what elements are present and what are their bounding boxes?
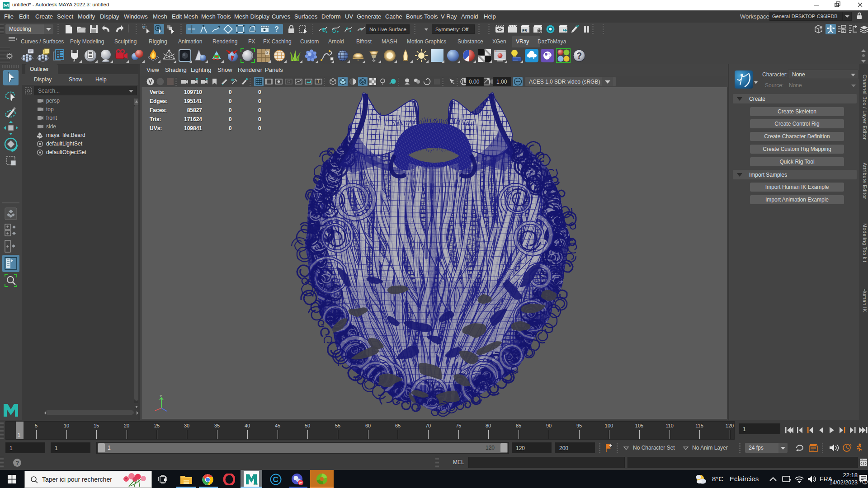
svg-text:9+: 9+ [299,481,303,485]
svg-text:?: ? [15,460,19,466]
svg-text:T: T [317,79,320,84]
svg-text:IPR: IPR [522,29,527,32]
svg-text:?: ? [274,25,279,33]
svg-text:Y: Y [160,394,162,398]
svg-text:1: 1 [864,480,866,484]
svg-text:C: C [273,475,278,484]
svg-text:?: ? [576,51,582,61]
svg-text:MAYA: MAYA [254,483,259,486]
